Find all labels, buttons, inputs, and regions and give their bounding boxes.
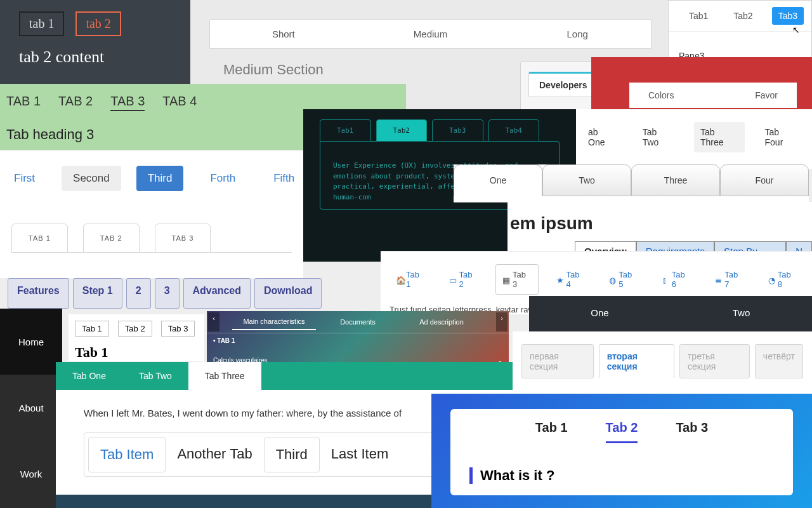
panel-gradient-characteristics: ‹ Main characteristics Documents Ad desc… [207,311,509,367]
tab[interactable]: Ad description [400,314,483,330]
tab[interactable]: Tab 2 [118,321,152,337]
tab[interactable]: Tab Three [188,362,261,390]
tab[interactable]: Second [62,166,121,191]
tab-developers[interactable]: Developers [528,72,598,97]
tab[interactable]: ≣Tab 7 [709,265,750,294]
tab-favorites[interactable]: Favor [755,90,778,100]
tab[interactable]: TAB 2 [58,94,93,111]
window-icon: ▭ [449,276,457,283]
pie-icon: ◔ [768,276,775,283]
tab[interactable]: Tab3 [432,119,483,142]
tab[interactable]: Two [671,296,812,331]
panel-plain-boxes: TAB 1 TAB 2 TAB 3 [0,202,303,278]
tab[interactable]: Three [631,164,720,196]
tab[interactable]: Tab 1 [535,420,568,443]
tab[interactable]: Tab Item [88,437,166,472]
tab[interactable]: TAB 4 [162,94,197,111]
tab[interactable]: третья секция [679,344,750,378]
tab[interactable]: Four [720,164,809,196]
panel-red-colors: Colors Favor [591,57,812,109]
tab-colors[interactable]: Colors [648,90,674,100]
calendar-icon: ▦ [502,276,510,283]
star-icon: ★ [556,276,564,283]
tab[interactable]: Another Tab [166,437,263,472]
tab[interactable]: Tab One [56,362,122,390]
panel-folder-tabs: One Two Three Four [454,164,809,203]
tab[interactable]: TAB 3 [155,224,211,253]
tab-download[interactable]: Download [254,278,322,309]
tab[interactable]: Tab 3 [161,321,195,337]
tab-content: tab 2 content [19,48,171,67]
tab[interactable]: Third [264,437,320,472]
panel-violet: Features Step 1 2 3 Advanced Download [8,278,362,309]
tab[interactable]: First [3,166,46,191]
panel-small-plain: Tab 1 Tab 2 Tab 3 Tab 1 [69,314,204,361]
section-label: • TAB 1 [207,333,509,348]
tab[interactable]: ab One [582,122,622,152]
panel-dark-one-two: One Two [529,296,812,331]
tab-step2[interactable]: 2 [126,278,151,309]
tab[interactable]: TAB 2 [83,224,140,253]
tab[interactable]: Tab 2 [606,420,638,443]
tab[interactable]: Tab2 [727,7,759,25]
tab[interactable]: tab 1 [19,11,64,36]
tab[interactable]: Third [136,166,184,191]
tab[interactable]: Documents [316,314,400,330]
tab[interactable]: вторая секция [599,344,674,378]
tab[interactable]: Tab2 [376,119,428,142]
tab[interactable]: Tab Four [759,122,804,152]
tab-step3[interactable]: 3 [155,278,180,309]
tab[interactable]: Tab3 [772,7,804,25]
panel-pills: First Second Third Forth Fifth Sixth [0,150,303,202]
tab[interactable]: TAB 1 [6,94,41,111]
nav-about[interactable]: About [0,375,62,441]
tab[interactable]: 🏠Tab 1 [390,265,431,294]
tab[interactable]: Tab Two [636,122,680,152]
cursor-icon: ↖ [792,25,800,35]
tab[interactable]: четвёрт [755,344,803,378]
tab[interactable]: TAB 3 [110,94,145,111]
tab-features[interactable]: Features [8,278,69,309]
tab[interactable]: ◔Tab 8 [762,265,804,294]
tab[interactable]: ◍Tab 5 [603,265,645,294]
tab[interactable]: Forth [199,166,247,191]
panel-russian: первая секция вторая секция третья секци… [513,331,812,401]
inner-tabs: Tab Item Another Tab Third Last Item [84,432,485,477]
list-icon: ≣ [715,276,722,283]
tab[interactable]: Fifth [262,166,306,191]
tab-long[interactable]: Long [504,20,651,48]
tab[interactable]: ▦Tab 3 [495,264,539,295]
heading: em ipsum [510,213,812,234]
panel-dark-slate: tab 1 tab 2 tab 2 content [0,0,190,85]
tab-advanced[interactable]: Advanced [183,278,251,309]
tab[interactable]: ★Tab 4 [550,265,592,294]
panel-tab-one-four: ab One Tab Two Tab Three Tab Four Ut eni… [574,109,812,169]
tab-heading: Tab 1 [75,344,198,361]
tab-short[interactable]: Short [210,20,357,48]
tab[interactable]: TAB 1 [11,224,68,253]
tab[interactable]: Tab Three [694,122,745,152]
tab[interactable]: Tab 3 [676,420,708,443]
tab[interactable]: Tab1 [683,7,714,25]
tab[interactable]: One [529,296,671,331]
chevron-left-icon[interactable]: ‹ [208,312,219,331]
panel-overview: em ipsum Overview Requirements Step By S… [508,202,812,257]
chart-icon: ⫿ [662,276,669,283]
tab-step1[interactable]: Step 1 [73,278,122,309]
nav-work[interactable]: Work [0,441,62,507]
tab[interactable]: Tab 1 [75,321,109,337]
tab[interactable]: ▭Tab 2 [443,265,485,294]
nav-home[interactable]: Home [0,309,62,375]
tab[interactable]: Tab1 [320,119,371,142]
tab[interactable]: tab 2 [75,11,121,36]
chevron-right-icon[interactable]: › [496,312,508,331]
tab[interactable]: Tab4 [488,119,540,142]
tab[interactable]: Two [542,164,631,196]
tab[interactable]: Main characteristics [232,314,316,330]
tab[interactable]: первая секция [521,344,594,378]
tab[interactable]: One [454,164,542,196]
tab[interactable]: Last Item [320,437,400,472]
tab-medium[interactable]: Medium [357,20,504,48]
tab[interactable]: ⫿Tab 6 [656,265,698,294]
tab[interactable]: Tab Two [122,362,188,390]
